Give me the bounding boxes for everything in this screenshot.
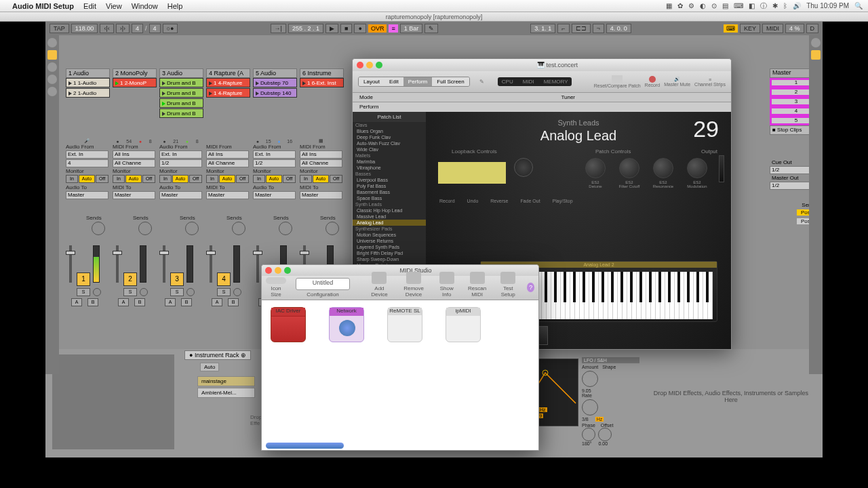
help-icon[interactable]: ? [527, 283, 534, 292]
tab-fullscreen[interactable]: Full Screen [432, 77, 469, 86]
patch-item[interactable]: Vibraphone [353, 165, 426, 171]
patch-item[interactable]: Basement Bass [353, 189, 426, 195]
phase-knob[interactable] [582, 428, 595, 441]
loop-button[interactable]: ⊏⊐ [572, 24, 591, 33]
monitor-auto-button[interactable]: Auto [172, 175, 189, 183]
auto-select-button[interactable]: Auto [200, 363, 219, 371]
solo-button[interactable]: S [123, 288, 137, 296]
clip[interactable]: Dubstep 70 [253, 78, 297, 87]
track-header[interactable]: 4 Rapture (A [206, 68, 250, 78]
menubar-icon[interactable]: ✱ [772, 2, 778, 9]
crossfade-b[interactable]: B [87, 298, 98, 306]
solo-button[interactable]: S [77, 288, 90, 296]
edit-icon[interactable]: ✎ [479, 79, 484, 85]
minimize-icon[interactable] [366, 62, 373, 68]
clip[interactable]: Drum and B [159, 108, 203, 118]
tap-tempo-button[interactable]: TAP [50, 24, 69, 33]
patch-item[interactable]: Auto-Wah Fuzz Clav [353, 140, 426, 146]
bluetooth-icon[interactable]: ᛒ [783, 2, 787, 9]
add-device-button[interactable] [372, 272, 387, 284]
patch-item[interactable]: Liverpool Bass [353, 177, 426, 183]
crossfade-a[interactable]: A [118, 298, 129, 306]
quantize-menu[interactable]: 1 Bar [400, 24, 423, 33]
browser-toggle-icon[interactable] [47, 38, 57, 47]
browser-section-icon[interactable] [47, 62, 57, 72]
cue-out-selector[interactable]: 1/2 [770, 166, 810, 174]
patch-item[interactable]: Universe Returns [353, 238, 426, 244]
output-fader[interactable] [719, 155, 724, 182]
browser-section-icon[interactable] [47, 75, 57, 84]
input-channel-selector[interactable]: 1/2 [253, 159, 296, 167]
detune-knob[interactable] [585, 158, 606, 178]
clip[interactable]: Drum and B [159, 88, 203, 98]
crossfade-b[interactable]: B [181, 298, 192, 306]
rescan-midi-button[interactable] [470, 272, 485, 284]
computer-midi-keyboard-button[interactable]: ⌨ [724, 24, 738, 33]
overdub-button[interactable]: OVR [368, 24, 387, 33]
clip[interactable]: Drum and B [159, 98, 203, 108]
input-channel-selector[interactable]: 1/2 [159, 159, 202, 167]
monitor-off-button[interactable]: Off [96, 175, 108, 183]
monitor-off-button[interactable]: Off [142, 175, 155, 183]
monitor-off-button[interactable]: Off [189, 175, 202, 183]
crossfade-b[interactable]: B [228, 298, 239, 306]
clip[interactable]: Drum and B [159, 78, 203, 87]
back-to-arrangement-button[interactable]: ≡ [389, 24, 397, 33]
patch-item[interactable]: Space Bass [353, 195, 426, 201]
close-icon[interactable] [357, 62, 363, 68]
draw-mode-button[interactable]: ✎ [425, 24, 438, 33]
loop-record-button[interactable]: Record [439, 199, 455, 203]
patch-item[interactable]: Blues Organ [353, 128, 426, 134]
input-channel-selector[interactable]: All Channe [300, 159, 342, 167]
loop-reverse-button[interactable]: Reverse [490, 199, 508, 203]
volume-fader[interactable] [163, 245, 165, 283]
menubar-icon[interactable]: ◧ [749, 2, 755, 9]
volume-icon[interactable]: 🔊 [793, 2, 801, 9]
track-header[interactable]: 1 Audio [66, 68, 110, 78]
remove-device-button[interactable] [406, 272, 421, 284]
monitor-off-button[interactable]: Off [236, 175, 249, 183]
send-knob[interactable] [326, 222, 339, 235]
midi-map-button[interactable]: MIDI [762, 24, 783, 33]
track-activator[interactable]: 3 [170, 272, 184, 286]
menubar-icon[interactable]: ✿ [677, 2, 683, 9]
patch-item[interactable]: Wide Clav [353, 146, 426, 152]
tab-perform[interactable]: Perform [403, 77, 432, 86]
menubar-icon[interactable]: ▦ [666, 2, 672, 9]
menubar-icon[interactable]: ⌨ [734, 2, 743, 9]
spotlight-icon[interactable]: 🔍 [854, 2, 863, 9]
crossfade-a[interactable]: A [165, 298, 176, 306]
drop-zone[interactable]: Drop MIDI Effects, Audio Effects, Instru… [646, 390, 816, 403]
solo-button[interactable]: S [170, 288, 184, 296]
input-channel-selector[interactable]: 4 [66, 159, 108, 167]
send-knob[interactable] [279, 222, 292, 235]
send-knob[interactable] [138, 222, 152, 235]
arm-button[interactable] [93, 288, 101, 296]
speaker-icon[interactable]: 🔊 [664, 77, 690, 82]
chain-item[interactable]: mainstage [197, 376, 255, 386]
output-selector[interactable]: Master [113, 191, 155, 199]
time-sig-den[interactable]: 4 [149, 24, 161, 33]
monitor-in-button[interactable]: In [66, 175, 78, 183]
output-selector[interactable]: Master [159, 191, 202, 199]
crossfade-a[interactable]: A [212, 298, 222, 306]
clip[interactable]: 1 6-Ext. Inst [300, 78, 344, 87]
output-selector[interactable]: Master [300, 191, 342, 199]
scroll-bar[interactable] [266, 443, 344, 449]
input-channel-selector[interactable]: All Channe [206, 159, 249, 167]
follow-button[interactable]: →| [271, 24, 286, 33]
monitor-auto-button[interactable]: Auto [266, 175, 282, 183]
stop-button[interactable]: ■ [340, 24, 352, 33]
track-header[interactable]: 2 MonoPoly [113, 68, 157, 78]
monitor-in-button[interactable]: In [159, 175, 172, 183]
device-title[interactable]: ● Instrument Rack ⊕ [184, 350, 251, 360]
menu-view[interactable]: View [106, 2, 122, 10]
zoom-icon[interactable] [376, 62, 382, 68]
tab-layout[interactable]: Layout [359, 77, 384, 86]
punch-out-button[interactable]: ¬ [593, 24, 604, 33]
close-icon[interactable] [265, 267, 272, 274]
rate-knob[interactable] [582, 399, 598, 415]
chain-item[interactable]: Ambient-Mel... [197, 388, 255, 398]
disk-overload-button[interactable]: D [806, 24, 819, 33]
input-channel-selector[interactable]: All Channe [113, 159, 155, 167]
